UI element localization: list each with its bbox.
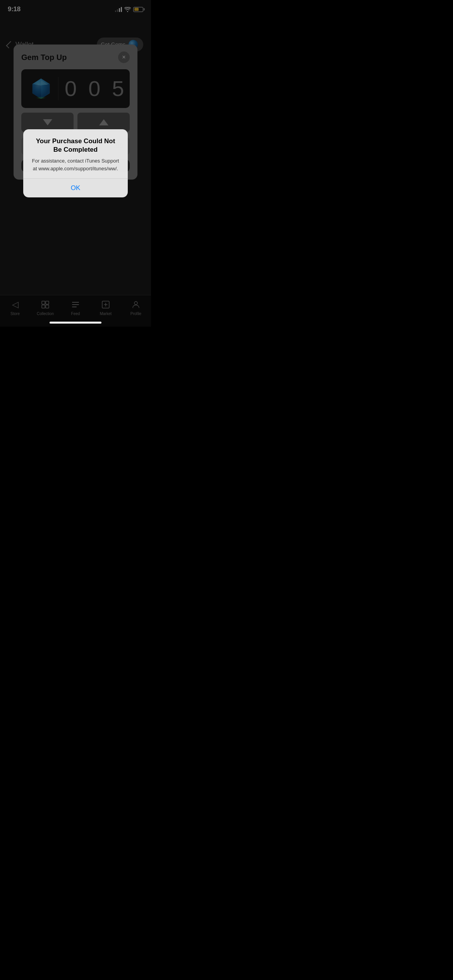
alert-title: Your Purchase Could Not Be Completed [31, 137, 120, 154]
alert-message: For assistance, contact iTunes Support a… [31, 157, 120, 172]
alert-box: Your Purchase Could Not Be Completed For… [23, 129, 128, 197]
alert-overlay: Your Purchase Could Not Be Completed For… [0, 0, 151, 327]
alert-ok-button[interactable]: OK [23, 179, 128, 197]
home-indicator [50, 322, 101, 324]
alert-content: Your Purchase Could Not Be Completed For… [23, 129, 128, 178]
